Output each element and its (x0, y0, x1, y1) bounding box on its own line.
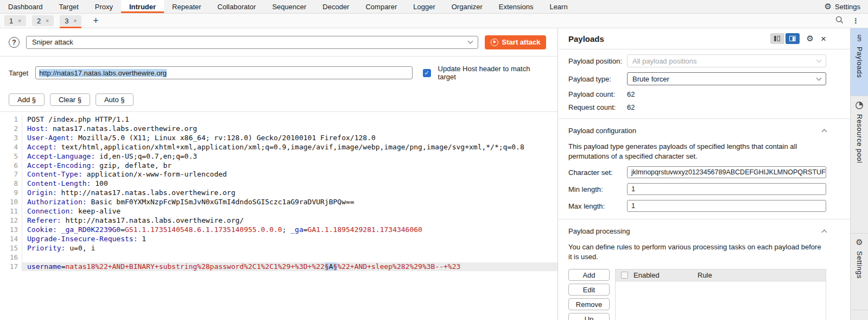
line-content: Content-Length: 100 (22, 179, 557, 189)
update-host-header-label: Update Host header to match target (438, 65, 549, 81)
chevron-down-icon (816, 57, 822, 62)
line-number: 15 (0, 244, 22, 253)
request-line[interactable]: 3User-Agent: Mozilla/5.0 (X11; Linux x86… (0, 134, 557, 143)
request-line[interactable]: 16 (0, 253, 557, 262)
settings-menu-item[interactable]: ⚙ Settings (825, 0, 868, 13)
menu-item-collaborator[interactable]: Collaborator (210, 0, 264, 13)
layout-columns-toggle[interactable] (770, 33, 784, 44)
attack-tab-3[interactable]: 3× (60, 15, 81, 26)
menu-item-logger[interactable]: Logger (405, 0, 443, 13)
start-attack-button[interactable]: Start attack (485, 35, 546, 49)
menu-item-sequencer[interactable]: Sequencer (264, 0, 314, 13)
request-line[interactable]: 17username=natas18%22+AND+BINARY+substri… (0, 262, 557, 272)
update-host-header-checkbox[interactable]: ✓ (423, 69, 431, 77)
menu-item-organizer[interactable]: Organizer (443, 0, 491, 13)
tab-label: 3 (65, 17, 68, 25)
menu-item-target[interactable]: Target (51, 0, 87, 13)
add-marker-button[interactable]: Add § (9, 93, 45, 106)
request-line[interactable]: 1POST /index.php HTTP/1.1 (0, 115, 557, 124)
close-tab-icon[interactable]: × (18, 18, 21, 24)
request-line[interactable]: 4Accept: text/html,application/xhtml+xml… (0, 143, 557, 152)
remove-rule-button[interactable]: Remove (568, 298, 610, 310)
processing-rules-table: Enabled Rule (615, 269, 826, 320)
payload-configuration-description: This payload type generates payloads of … (559, 142, 850, 161)
attack-tab-2[interactable]: 2× (32, 15, 54, 26)
request-line[interactable]: 6Accept-Encoding: gzip, deflate, br (0, 161, 557, 171)
payload-position-select[interactable]: All payload positions (627, 54, 826, 67)
line-number: 7 (0, 170, 22, 179)
gear-icon: ⚙ (825, 3, 832, 11)
side-panel-icon (789, 36, 796, 41)
new-tab-button[interactable]: + (90, 15, 102, 27)
up-rule-button[interactable]: Up (568, 313, 610, 320)
menu-item-dashboard[interactable]: Dashboard (0, 0, 51, 13)
menu-item-extensions[interactable]: Extensions (491, 0, 542, 13)
menu-item-comparer[interactable]: Comparer (357, 0, 405, 13)
clear-marker-button[interactable]: Clear § (50, 93, 90, 106)
line-content (22, 253, 557, 262)
line-number: 14 (0, 235, 22, 244)
panel-gear-icon[interactable]: ⚙ (807, 35, 814, 43)
collapse-icon (822, 129, 827, 134)
edit-rule-button[interactable]: Edit (568, 284, 610, 296)
payloads-panel: Payloads ⚙ × Payload position: All paylo… (559, 28, 850, 320)
menu-item-learn[interactable]: Learn (541, 0, 575, 13)
request-line[interactable]: 15Priority: u=0, i (0, 244, 557, 253)
line-content: Connection: keep-alive (22, 207, 557, 216)
payload-configuration-header[interactable]: Payload configuration (559, 127, 850, 135)
menu-item-repeater[interactable]: Repeater (164, 0, 209, 13)
side-tab-resource-pool[interactable]: Resource pool (851, 96, 868, 234)
menu-item-proxy[interactable]: Proxy (87, 0, 121, 13)
max-length-input[interactable]: 1 (627, 200, 826, 212)
line-number: 10 (0, 198, 22, 207)
line-number: 3 (0, 134, 22, 143)
rule-column-header: Rule (698, 271, 712, 279)
line-number: 2 (0, 124, 22, 134)
payload-count-value: 62 (627, 90, 635, 98)
tab-label: 2 (37, 17, 41, 25)
request-line[interactable]: 9Origin: http://natas17.natas.labs.overt… (0, 189, 557, 198)
intruder-main-panel: ? Sniper attack Start attack Target http… (0, 28, 558, 320)
close-tab-icon[interactable]: × (73, 18, 77, 24)
help-icon[interactable]: ? (9, 37, 20, 48)
request-line[interactable]: 7Content-Type: application/x-www-form-ur… (0, 170, 557, 179)
layout-side-panel-toggle[interactable] (785, 33, 800, 44)
select-all-checkbox[interactable] (621, 272, 628, 279)
line-number: 11 (0, 207, 22, 216)
line-content: Authorization: Basic bmF0YXMxNzpFcWpISmJ… (22, 198, 557, 207)
line-content: username=natas18%22+AND+BINARY+substring… (22, 262, 557, 272)
kebab-icon[interactable]: ⋮ (852, 17, 859, 25)
request-line[interactable]: 13Cookie: _ga_RD0K2239G0=GS1.1.173514054… (0, 225, 557, 235)
close-icon[interactable]: × (821, 34, 826, 43)
request-line[interactable]: 2Host: natas17.natas.labs.overthewire.or… (0, 124, 557, 134)
target-label: Target (9, 69, 28, 77)
request-line[interactable]: 10Authorization: Basic bmF0YXMxNzpFcWpIS… (0, 198, 557, 207)
line-number: 9 (0, 189, 22, 198)
request-line[interactable]: 8Content-Length: 100 (0, 179, 557, 189)
search-icon[interactable] (835, 16, 844, 26)
target-section: Target http://natas17.natas.labs.overthe… (0, 57, 557, 112)
target-url-input[interactable]: http://natas17.natas.labs.overthewire.or… (35, 66, 413, 79)
request-line[interactable]: 14Upgrade-Insecure-Requests: 1 (0, 235, 557, 244)
request-line[interactable]: 11Connection: keep-alive (0, 207, 557, 216)
attack-tab-1[interactable]: 1× (4, 15, 26, 26)
close-tab-icon[interactable]: × (46, 18, 49, 24)
payload-processing-header[interactable]: Payload processing (559, 227, 850, 235)
side-tab-payloads[interactable]: §Payloads (851, 28, 868, 96)
payload-processing-description: You can define rules to perform various … (559, 242, 850, 262)
menu-item-decoder[interactable]: Decoder (314, 0, 357, 13)
character-set-input[interactable]: jklmnopqrstuvwxyz0123456789ABCDEFGHIJKLM… (627, 166, 826, 178)
request-editor[interactable]: 1POST /index.php HTTP/1.12Host: natas17.… (0, 112, 557, 271)
settings-label: Settings (835, 3, 860, 11)
line-number: 8 (0, 179, 22, 189)
request-line[interactable]: 12Referer: http://natas17.natas.labs.ove… (0, 216, 557, 225)
payload-type-select[interactable]: Brute forcer (627, 72, 826, 85)
auto-marker-button[interactable]: Auto § (96, 93, 134, 106)
request-line[interactable]: 5Accept-Language: id,en-US;q=0.7,en;q=0.… (0, 152, 557, 161)
payload-position-label: Payload position: (568, 57, 627, 65)
attack-type-select[interactable]: Sniper attack (26, 36, 478, 49)
add-rule-button[interactable]: Add (568, 269, 610, 281)
side-tab-settings[interactable]: ⚙Settings (851, 234, 868, 310)
menu-item-intruder[interactable]: Intruder (121, 0, 164, 13)
min-length-input[interactable]: 1 (627, 183, 826, 195)
